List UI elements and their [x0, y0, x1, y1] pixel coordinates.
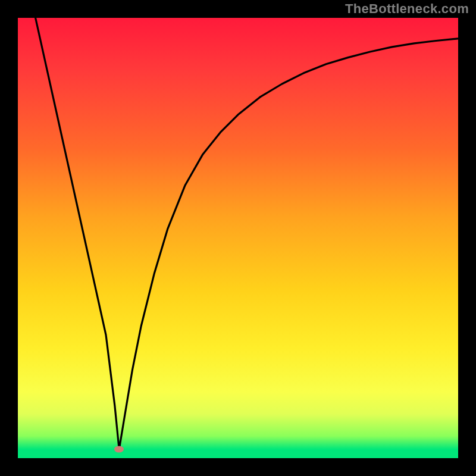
- curve-layer: [18, 18, 458, 458]
- chart-frame: TheBottleneck.com: [0, 0, 476, 476]
- data-curve: [36, 18, 458, 449]
- plot-area: [18, 18, 458, 458]
- watermark-label: TheBottleneck.com: [345, 1, 469, 17]
- highlight-marker: [114, 446, 124, 453]
